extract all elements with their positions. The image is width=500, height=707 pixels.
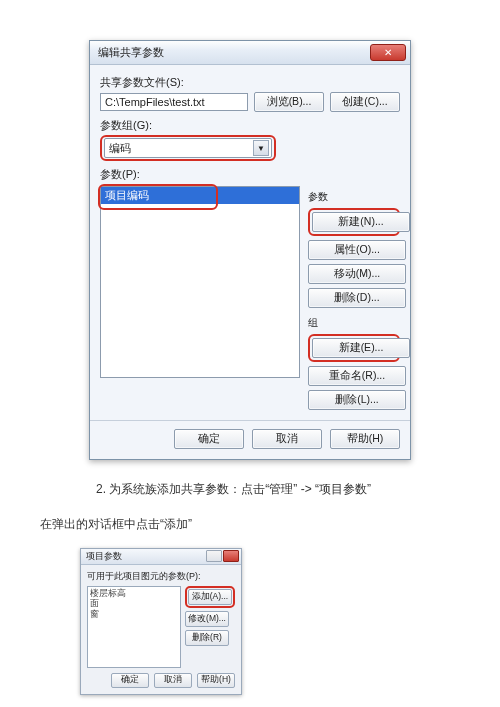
highlight-ring-newgroup: 新建(E)... [308, 334, 400, 362]
new-group-button[interactable]: 新建(E)... [312, 338, 410, 358]
popup-instruction-text: 在弹出的对话框中点击“添加” [40, 513, 460, 536]
cancel-button[interactable]: 取消 [252, 429, 322, 449]
step-2-text: 2. 为系统族添加共享参数：点击“管理” -> “项目参数” [40, 478, 460, 501]
dialog-title: 编辑共享参数 [98, 45, 164, 60]
dialog2-titlebar: 项目参数 [81, 549, 241, 565]
chevron-down-icon[interactable]: ▼ [253, 140, 269, 156]
group-dropdown[interactable]: 编码 ▼ [104, 138, 272, 158]
create-button[interactable]: 创建(C)... [330, 92, 400, 112]
delete-param-button[interactable]: 删除(D)... [308, 288, 406, 308]
group-label: 参数组(G): [100, 118, 400, 133]
dialog-footer: 确定 取消 帮助(H) [90, 420, 410, 459]
dialog2-title: 项目参数 [86, 550, 122, 563]
right-button-column: 参数 新建(N)... 属性(O)... 移动(M)... 删除(D)... 组… [308, 186, 400, 410]
new-param-button[interactable]: 新建(N)... [312, 212, 410, 232]
section-label-group: 组 [308, 316, 400, 330]
close-icon[interactable] [223, 550, 239, 562]
rename-button[interactable]: 重命名(R)... [308, 366, 406, 386]
delete-group-button[interactable]: 删除(L)... [308, 390, 406, 410]
highlight-ring-add: 添加(A)... [185, 586, 235, 608]
help-button[interactable]: 帮助(H) [197, 673, 235, 688]
list-item[interactable]: 窗 [90, 609, 178, 620]
cancel-button[interactable]: 取消 [154, 673, 192, 688]
group-dropdown-value: 编码 [109, 141, 131, 156]
dialog2-list-label: 可用于此项目图元的参数(P): [87, 571, 201, 581]
remove-button[interactable]: 删除(R) [185, 630, 229, 646]
move-button[interactable]: 移动(M)... [308, 264, 406, 284]
dialog-titlebar: 编辑共享参数 ✕ [90, 41, 410, 65]
file-path-input[interactable]: C:\TempFiles\test.txt [100, 93, 248, 111]
properties-button[interactable]: 属性(O)... [308, 240, 406, 260]
help-button[interactable]: 帮助(H) [330, 429, 400, 449]
params-listbox[interactable]: 项目编码 [100, 186, 300, 378]
close-icon[interactable]: ✕ [370, 44, 406, 61]
list-item[interactable]: 面 [90, 598, 178, 609]
window-controls [206, 550, 239, 562]
browse-button[interactable]: 浏览(B)... [254, 92, 324, 112]
help-icon[interactable] [206, 550, 222, 562]
selected-param[interactable]: 项目编码 [101, 187, 299, 204]
edit-shared-params-dialog: 编辑共享参数 ✕ 共享参数文件(S): C:\TempFiles\test.tx… [89, 40, 411, 460]
modify-button[interactable]: 修改(M)... [185, 611, 229, 627]
dialog2-listbox[interactable]: 楼层标高 面 窗 [87, 586, 181, 668]
ok-button[interactable]: 确定 [111, 673, 149, 688]
project-params-dialog: 项目参数 可用于此项目图元的参数(P): 楼层标高 面 窗 添加(A)... 修… [80, 548, 242, 695]
params-label: 参数(P): [100, 167, 400, 182]
ok-button[interactable]: 确定 [174, 429, 244, 449]
file-label: 共享参数文件(S): [100, 75, 400, 90]
highlight-ring-newparam: 新建(N)... [308, 208, 400, 236]
highlight-ring-group: 编码 ▼ [100, 135, 276, 161]
section-label-param: 参数 [308, 190, 400, 204]
add-button[interactable]: 添加(A)... [188, 589, 232, 605]
list-item[interactable]: 楼层标高 [90, 588, 178, 599]
